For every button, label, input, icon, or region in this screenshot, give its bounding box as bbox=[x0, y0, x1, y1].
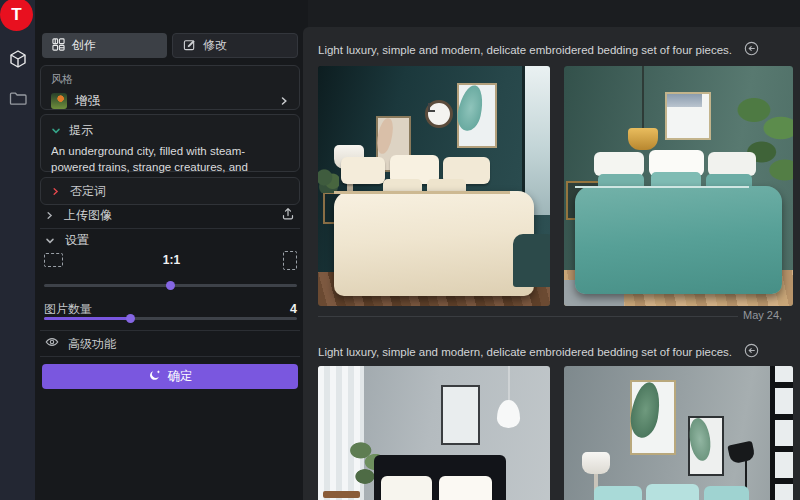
chevron-down-icon bbox=[45, 231, 55, 249]
settings-label: 设置 bbox=[65, 232, 89, 249]
divider bbox=[40, 330, 300, 331]
pillow bbox=[594, 486, 642, 500]
framed-art-leaf bbox=[630, 380, 676, 454]
confirm-label: 确定 bbox=[168, 368, 193, 385]
generated-image-3[interactable] bbox=[318, 366, 550, 500]
generation-feed: Light luxury, simple and modern, delicat… bbox=[303, 27, 800, 500]
upload-icon[interactable] bbox=[281, 206, 295, 224]
advanced-features-row[interactable]: 高级功能 bbox=[45, 334, 116, 354]
embroidery-line bbox=[575, 186, 748, 188]
sea bbox=[667, 94, 702, 106]
pillow bbox=[594, 152, 644, 176]
clock-hand bbox=[428, 110, 435, 112]
generated-image-1[interactable] bbox=[318, 66, 550, 306]
brand-avatar[interactable]: T bbox=[0, 0, 33, 31]
aspect-ratio-value: 1:1 bbox=[35, 253, 308, 267]
upload-label: 上传图像 bbox=[64, 207, 271, 224]
framed-art bbox=[441, 385, 480, 445]
advanced-features-label: 高级功能 bbox=[68, 336, 116, 353]
side-table bbox=[323, 491, 360, 498]
prompt-label: 提示 bbox=[69, 122, 93, 139]
framed-art-seascape bbox=[665, 92, 711, 140]
divider bbox=[40, 228, 300, 229]
chevron-right-red-icon bbox=[51, 182, 60, 200]
pendant-lamp bbox=[497, 400, 520, 429]
framed-art-leaf bbox=[688, 416, 725, 476]
cube-icon[interactable] bbox=[7, 48, 28, 69]
settings-header[interactable]: 设置 bbox=[45, 230, 89, 250]
nav-rail: T bbox=[0, 0, 35, 500]
framed-art-leaf bbox=[457, 83, 496, 148]
upload-image-row[interactable]: 上传图像 bbox=[40, 203, 300, 227]
negative-prompt-box[interactable]: 否定词 bbox=[40, 177, 300, 205]
tab-create-label: 创作 bbox=[72, 37, 96, 54]
post-caption: Light luxury, simple and modern, delicat… bbox=[318, 346, 732, 358]
style-selector[interactable]: 风格 增强 bbox=[40, 65, 300, 110]
post-caption-row: Light luxury, simple and modern, delicat… bbox=[318, 40, 759, 60]
bed-duvet bbox=[334, 191, 534, 297]
chevron-down-teal-icon bbox=[51, 121, 61, 139]
feed-divider bbox=[318, 316, 738, 317]
generated-image-2[interactable] bbox=[564, 66, 793, 306]
pendant-cord bbox=[642, 66, 644, 131]
pillow bbox=[704, 486, 750, 500]
wall-clock bbox=[425, 100, 453, 128]
eye-icon bbox=[45, 335, 59, 353]
image-count-slider[interactable] bbox=[44, 317, 297, 320]
chevron-right-icon bbox=[45, 206, 54, 224]
edit-pencil-icon bbox=[183, 38, 196, 54]
style-value: 增强 bbox=[75, 93, 271, 110]
divider bbox=[40, 356, 300, 357]
prompt-text[interactable]: An underground city, filled with steam-p… bbox=[51, 143, 289, 175]
post-caption-row: Light luxury, simple and modern, delicat… bbox=[318, 342, 759, 362]
chevron-right-icon bbox=[279, 92, 289, 110]
embroidery-line bbox=[334, 191, 510, 194]
pillow bbox=[708, 152, 756, 176]
image-count-label: 图片数量 bbox=[44, 301, 290, 318]
tab-modify[interactable]: 修改 bbox=[172, 33, 298, 58]
leaf bbox=[687, 417, 712, 462]
image-count-value: 4 bbox=[290, 302, 297, 316]
post-date: May 24, bbox=[743, 309, 800, 323]
leaf bbox=[628, 380, 664, 440]
pillow bbox=[439, 476, 492, 500]
leaf bbox=[455, 83, 487, 133]
create-grid-icon bbox=[52, 38, 65, 54]
generation-panel: 创作 修改 风格 增强 提 bbox=[35, 0, 308, 500]
pillow bbox=[646, 484, 699, 500]
reuse-prompt-icon[interactable] bbox=[744, 41, 759, 60]
plant bbox=[318, 167, 339, 193]
reuse-prompt-icon[interactable] bbox=[744, 343, 759, 362]
style-thumbnail bbox=[51, 93, 67, 109]
image-count-slider-fill bbox=[44, 317, 130, 320]
image-count-slider-thumb[interactable] bbox=[126, 314, 135, 323]
wall bbox=[564, 366, 793, 500]
window bbox=[770, 366, 793, 500]
pendant-cord bbox=[508, 366, 510, 402]
feather bbox=[376, 118, 394, 155]
clock-hand bbox=[428, 103, 430, 110]
aspect-slider-thumb[interactable] bbox=[166, 281, 175, 290]
negative-label: 否定词 bbox=[70, 183, 106, 200]
confirm-button[interactable]: 确定 bbox=[42, 364, 298, 389]
app-window: T 创作 bbox=[0, 0, 800, 500]
pillow bbox=[381, 476, 432, 500]
aspect-slider[interactable] bbox=[44, 284, 297, 287]
pillow bbox=[341, 157, 385, 183]
tab-create[interactable]: 创作 bbox=[42, 33, 167, 58]
magic-moon-icon bbox=[148, 369, 161, 385]
bed-duvet bbox=[575, 186, 781, 294]
generated-image-4[interactable] bbox=[564, 366, 793, 500]
table-lamp-shade bbox=[582, 452, 609, 474]
prompt-box[interactable]: 提示 An underground city, filled with stea… bbox=[40, 114, 300, 172]
pendant-lamp bbox=[628, 128, 658, 150]
tab-modify-label: 修改 bbox=[203, 37, 227, 54]
folder-icon[interactable] bbox=[7, 88, 28, 109]
aspect-portrait-icon[interactable] bbox=[283, 251, 297, 270]
post-caption: Light luxury, simple and modern, delicat… bbox=[318, 44, 732, 56]
armchair bbox=[513, 234, 550, 287]
style-label: 风格 bbox=[51, 72, 289, 87]
